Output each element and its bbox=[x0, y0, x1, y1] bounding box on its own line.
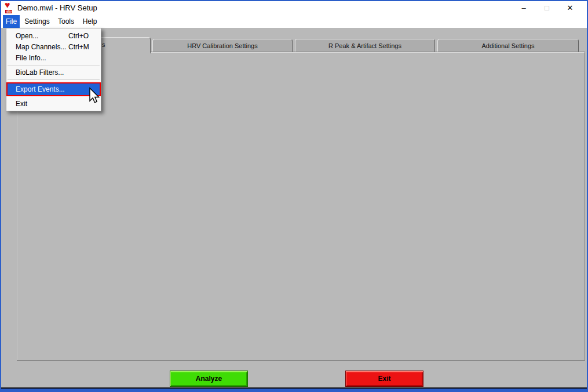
menu-tools[interactable]: Tools bbox=[54, 15, 78, 28]
menu-item-open-shortcut: Ctrl+O bbox=[68, 31, 89, 42]
tab-hrv-calibration-settings[interactable]: HRV Calibration Settings bbox=[152, 39, 293, 53]
window-bottom-edge bbox=[1, 387, 587, 391]
exit-button[interactable]: Exit bbox=[345, 371, 423, 387]
menu-item-exit-label: Exit bbox=[16, 100, 27, 108]
menu-item-open[interactable]: Open... Ctrl+O bbox=[6, 31, 101, 42]
menu-item-map-channels-label: Map Channels... bbox=[16, 43, 66, 51]
hrv-setup-window: ♥ HRV Demo.mwi - HRV Setup – □ ✕ File Se… bbox=[0, 0, 588, 392]
menu-item-file-info[interactable]: File Info... bbox=[6, 53, 101, 64]
menu-separator bbox=[8, 65, 100, 66]
menu-item-biolab-filters-label: BioLab Filters... bbox=[16, 68, 64, 77]
main-panel bbox=[17, 52, 585, 361]
heart-icon: ♥ bbox=[5, 0, 10, 10]
tab-additional-settings[interactable]: Additional Settings bbox=[437, 39, 579, 53]
minimize-button[interactable]: – bbox=[514, 1, 533, 15]
menu-separator bbox=[8, 79, 100, 80]
menu-settings[interactable]: Settings bbox=[22, 15, 52, 28]
maximize-button[interactable]: □ bbox=[538, 1, 556, 15]
menu-help[interactable]: Help bbox=[79, 15, 100, 28]
menu-item-open-label: Open... bbox=[16, 32, 38, 40]
menu-file[interactable]: File bbox=[3, 15, 20, 28]
menu-item-biolab-filters[interactable]: BioLab Filters... bbox=[6, 67, 101, 78]
menu-item-map-channels[interactable]: Map Channels... Ctrl+M bbox=[6, 42, 101, 53]
app-hrv-icon: ♥ HRV bbox=[5, 2, 15, 13]
close-button[interactable]: ✕ bbox=[561, 1, 579, 15]
menu-item-file-info-label: File Info... bbox=[16, 54, 46, 62]
analyze-button[interactable]: Analyze bbox=[170, 371, 248, 387]
tab-current-label: s bbox=[102, 41, 105, 48]
app-icon-text: HRV bbox=[5, 10, 12, 13]
menu-item-map-channels-shortcut: Ctrl+M bbox=[68, 42, 89, 53]
window-title: Demo.mwi - HRV Setup bbox=[17, 3, 97, 12]
tab-r-peak-artifact-settings[interactable]: R Peak & Artifact Settings bbox=[295, 39, 435, 53]
mouse-cursor-icon bbox=[86, 86, 100, 105]
title-bar: ♥ HRV Demo.mwi - HRV Setup – □ ✕ bbox=[1, 1, 587, 15]
